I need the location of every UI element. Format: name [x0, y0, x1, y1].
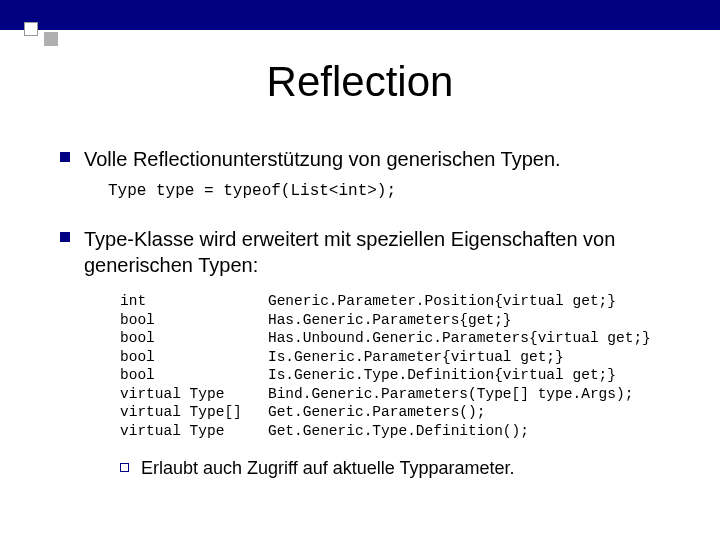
bullet-icon — [60, 152, 70, 162]
bullet-text: Type-Klasse wird erweitert mit spezielle… — [84, 226, 670, 278]
sub-bullet-item: Erlaubt auch Zugriff auf aktuelle Typpar… — [120, 458, 670, 479]
sub-bullet-icon — [120, 463, 129, 472]
bullet-icon — [60, 232, 70, 242]
code-line: Type type = typeof(List<int>); — [108, 182, 670, 200]
bullet-item: Volle Reflectionunterstützung von generi… — [60, 146, 670, 172]
decor-square-gray — [44, 32, 58, 46]
slide-top-bar — [0, 0, 720, 30]
slide-content: Volle Reflectionunterstützung von generi… — [0, 146, 720, 479]
bullet-item: Type-Klasse wird erweitert mit spezielle… — [60, 226, 670, 278]
slide-title: Reflection — [0, 58, 720, 106]
code-block: int Generic.Parameter.Position{virtual g… — [120, 292, 670, 440]
bullet-text: Volle Reflectionunterstützung von generi… — [84, 146, 561, 172]
decor-square-white — [24, 22, 38, 36]
sub-bullet-text: Erlaubt auch Zugriff auf aktuelle Typpar… — [141, 458, 515, 479]
